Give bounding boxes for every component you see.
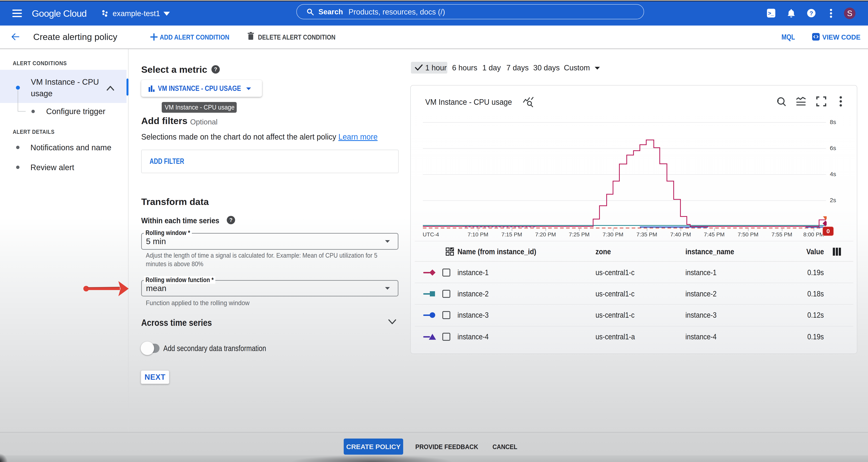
svg-text:?: ? xyxy=(809,10,813,16)
